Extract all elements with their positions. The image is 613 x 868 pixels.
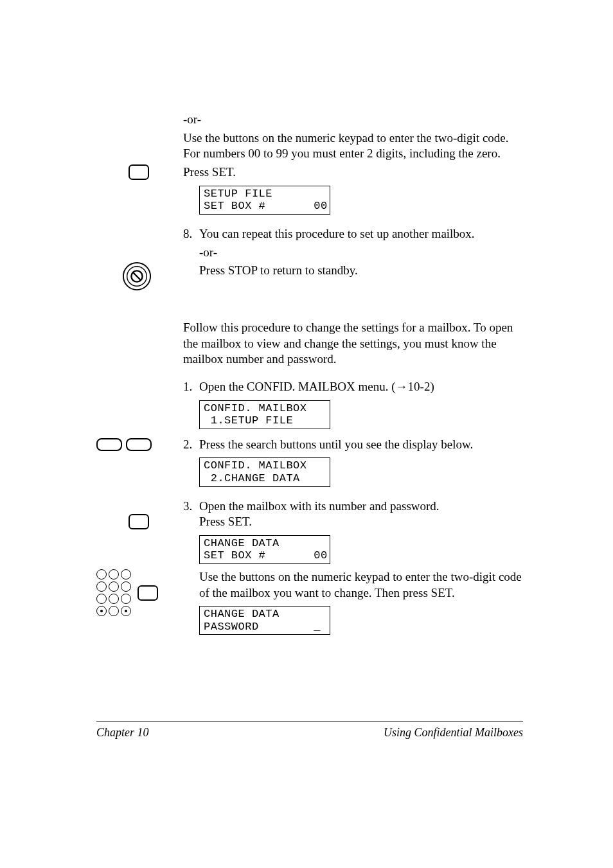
- lcd-display: CONFID. MAILBOX 1.SETUP FILE: [199, 400, 330, 429]
- footer-title: Using Confidential Mailboxes: [384, 726, 523, 740]
- set-button-icon: [138, 585, 158, 601]
- footer-chapter: Chapter 10: [96, 726, 149, 740]
- set-button-icon: [129, 164, 149, 180]
- step-text: Open the CONFID. MAILBOX menu. (→10-2): [199, 379, 523, 395]
- step-number: 2.: [183, 437, 199, 453]
- or-text: -or-: [199, 245, 523, 261]
- display-line: CONFID. MAILBOX: [204, 402, 307, 414]
- keypad-entry-text: Use the buttons on the numeric keypad to…: [183, 130, 523, 162]
- display-line: CHANGE DATA: [204, 537, 280, 549]
- lcd-display: CONFID. MAILBOX 2.CHANGE DATA: [199, 457, 330, 486]
- or-text: -or-: [183, 112, 523, 128]
- step-text: Press the search buttons until you see t…: [199, 437, 523, 453]
- press-set-text: Press SET.: [183, 164, 523, 181]
- step-3: 3. Open the mailbox with its number and …: [183, 499, 523, 515]
- stop-button-icon: [122, 261, 152, 291]
- display-line: SETUP FILE: [204, 188, 272, 200]
- step-8: 8. You can repeat this procedure to set …: [183, 226, 523, 242]
- lcd-display: CHANGE DATA PASSWORD _: [199, 606, 330, 635]
- page-footer: Chapter 10 Using Confidential Mailboxes: [96, 722, 523, 740]
- step-text: Open the mailbox with its number and pas…: [199, 499, 523, 515]
- step-text: You can repeat this procedure to set up …: [199, 226, 523, 242]
- display-line: CONFID. MAILBOX: [204, 459, 307, 472]
- step-1: 1. Open the CONFID. MAILBOX menu. (→10-2…: [183, 379, 523, 395]
- display-line: PASSWORD _: [204, 621, 321, 633]
- svg-line-3: [133, 272, 141, 280]
- press-set-text: Press SET.: [199, 514, 523, 530]
- display-line: CHANGE DATA: [204, 608, 280, 620]
- lcd-display: SETUP FILE SET BOX # 00: [199, 186, 330, 215]
- change-intro-text: Follow this procedure to change the sett…: [183, 320, 523, 368]
- content-column: -or- Use the buttons on the numeric keyp…: [183, 112, 523, 635]
- keypad-change-text: Use the buttons on the numeric keypad to…: [199, 569, 523, 601]
- step-2: 2. Press the search buttons until you se…: [183, 437, 523, 453]
- numeric-keypad-icon: [96, 569, 158, 616]
- display-line: SET BOX # 00: [204, 549, 328, 562]
- display-line: 1.SETUP FILE: [204, 414, 293, 427]
- step-number: 8.: [183, 226, 199, 242]
- step-number: 1.: [183, 379, 199, 395]
- display-line: 2.CHANGE DATA: [204, 472, 300, 484]
- search-buttons-icon: [96, 438, 152, 451]
- set-button-icon: [129, 514, 149, 529]
- display-line: SET BOX # 00: [204, 200, 328, 212]
- page: -or- Use the buttons on the numeric keyp…: [0, 0, 613, 868]
- step-number: 3.: [183, 499, 199, 515]
- lcd-display: CHANGE DATA SET BOX # 00: [199, 535, 330, 564]
- press-stop-text: Press STOP to return to standby.: [199, 263, 523, 279]
